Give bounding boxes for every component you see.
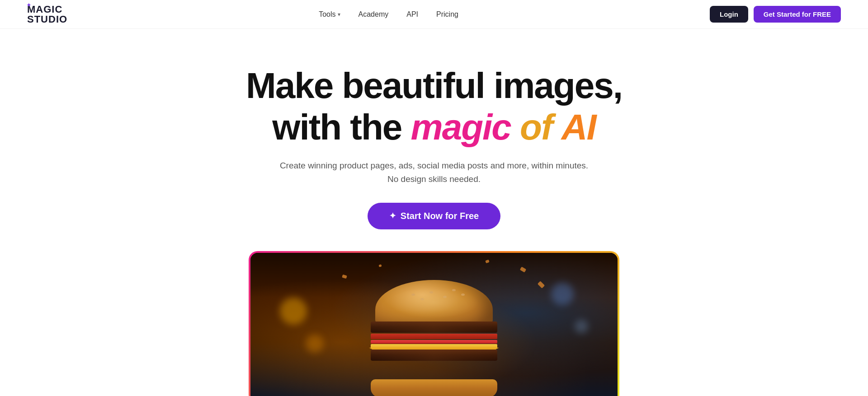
logo-line2: STUDIO (27, 14, 67, 24)
hero-image (250, 253, 618, 396)
nav-pricing[interactable]: Pricing (436, 10, 458, 19)
veggie (371, 340, 497, 344)
navbar-right: Login Get Started for FREE (710, 6, 841, 23)
nav-api[interactable]: API (406, 10, 418, 19)
sparkle-icon: ✦ (389, 211, 396, 221)
get-started-button[interactable]: Get Started for FREE (754, 6, 841, 23)
seed-6 (461, 294, 465, 296)
seed-4 (452, 289, 456, 291)
hero-image-container (249, 251, 619, 396)
ai-word: AI (561, 107, 596, 147)
logo-star: ✦ (26, 2, 72, 9)
nav-tools[interactable]: Tools ▾ (319, 10, 340, 19)
nav-academy[interactable]: Academy (359, 10, 389, 19)
bokeh-light-3 (551, 283, 574, 305)
hero-title: Make beautiful images, with the magic of… (246, 65, 622, 148)
navbar-center: Tools ▾ Academy API Pricing (319, 10, 458, 19)
cheese (371, 344, 497, 349)
logo[interactable]: ✦ MAGIC STUDIO (27, 5, 67, 24)
navbar-left: ✦ MAGIC STUDIO (27, 5, 67, 24)
patty-1 (371, 321, 497, 333)
burger-scene (250, 253, 618, 396)
seed-3 (443, 296, 447, 298)
bun-bottom (371, 379, 497, 396)
magic-word: magic (411, 107, 511, 147)
login-button[interactable]: Login (710, 6, 748, 23)
chevron-down-icon: ▾ (338, 11, 340, 18)
hero-image-border (249, 251, 619, 396)
of-word: of (520, 107, 552, 147)
seed-2 (429, 291, 433, 294)
burger-layers (371, 321, 497, 362)
navbar: ✦ MAGIC STUDIO Tools ▾ Academy API Prici… (0, 0, 868, 29)
sauce (371, 334, 497, 339)
hero-section: Make beautiful images, with the magic of… (0, 29, 868, 396)
bokeh-light-2 (306, 335, 324, 353)
start-now-button[interactable]: ✦ Start Now for Free (368, 203, 500, 229)
hero-subtitle: Create winning product pages, ads, socia… (280, 159, 588, 186)
seed-1 (411, 294, 415, 296)
seed-5 (420, 298, 424, 300)
burger (344, 271, 524, 396)
patty-2 (371, 349, 497, 361)
bokeh-light-1 (280, 298, 307, 325)
